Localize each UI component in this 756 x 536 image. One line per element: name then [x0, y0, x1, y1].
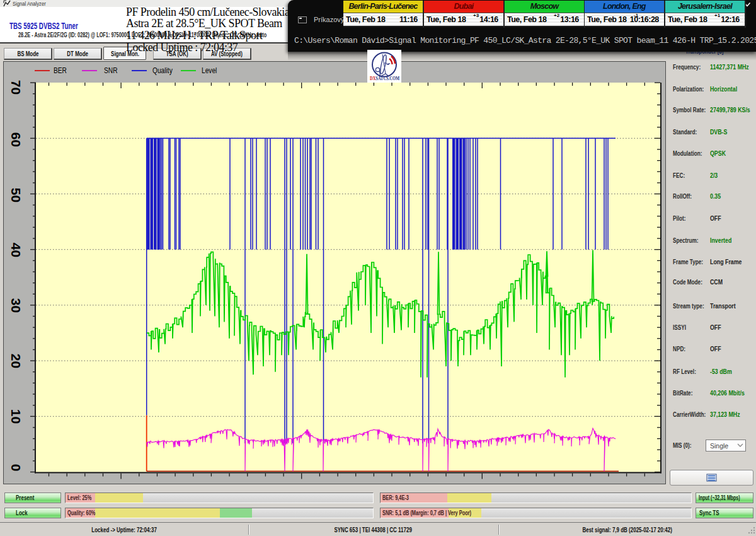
svg-text:DXSATCS.COM: DXSATCS.COM: [370, 75, 399, 81]
